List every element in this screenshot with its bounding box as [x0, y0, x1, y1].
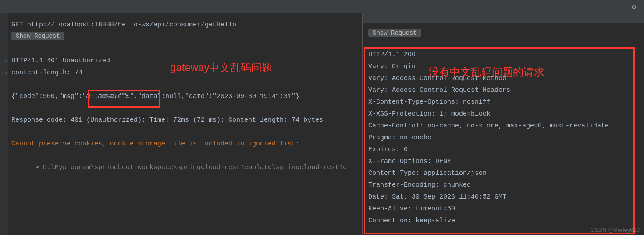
cookie-path-line: > D:\Myprogram\springboot-workspace\spri… [11, 150, 359, 185]
response-body: {"code":500,"msg":"æ²¡æœ‰æƒé™£","data":n… [11, 90, 359, 102]
gutter: :2 :4 [0, 13, 8, 235]
highlight-box-right [364, 47, 635, 234]
left-response-panel: GET http://localhost:18888/hello-wx/api/… [8, 13, 362, 235]
show-request-button[interactable]: Show Request [11, 32, 64, 40]
show-request-button[interactable]: Show Request [368, 29, 421, 37]
right-tab-strip [363, 13, 644, 23]
request-line: GET http://localhost:18888/hello-wx/api/… [11, 19, 359, 31]
watermark: CSDN @Perley620 [591, 227, 640, 233]
path-prefix: > [35, 164, 43, 171]
annotation-left: gateway中文乱码问题 [170, 61, 272, 75]
cookie-warning: Cannot preserve cookies, cookie storage … [11, 138, 359, 150]
top-toolbar: ⚙ [0, 0, 644, 13]
gutter-mark: :2 [0, 56, 7, 68]
gear-icon[interactable]: ⚙ [632, 3, 636, 11]
cookie-path-link[interactable]: D:\Myprogram\springboot-workspace\spring… [43, 164, 347, 171]
response-meta: Response code: 401 (Unauthorized); Time:… [11, 114, 359, 126]
right-response-panel: Show Request HTTP/1.1 200Vary: OriginVar… [362, 13, 644, 235]
highlight-box-garbled [88, 90, 160, 108]
gutter-mark: :4 [0, 68, 7, 80]
main-container: :2 :4 GET http://localhost:18888/hello-w… [0, 13, 644, 235]
